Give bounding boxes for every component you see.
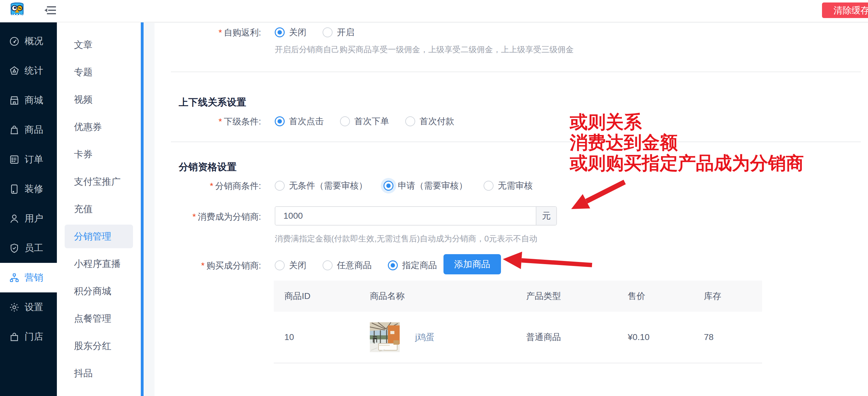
sidebar-item-store[interactable]: 门店 bbox=[0, 322, 57, 351]
submenu-item-distribution[interactable]: 分销管理 bbox=[57, 223, 141, 250]
goods-table: 商品ID 商品名称 产品类型 售价 库存 10 bbox=[274, 281, 762, 363]
submenu-scrollbar[interactable] bbox=[141, 22, 144, 396]
radio-specified-goods[interactable]: 指定商品 bbox=[388, 259, 437, 271]
sidebar-item-label: 门店 bbox=[25, 330, 43, 343]
annotation-line: 或则购买指定产品成为分销商 bbox=[570, 153, 804, 174]
col-goods-id: 商品ID bbox=[274, 281, 359, 312]
annotation-line: 消费达到金额 bbox=[570, 133, 804, 153]
sub-condition-radio-group: 首次点击 首次下单 首次付款 bbox=[275, 115, 470, 127]
admin-app: 清除缓存 概况 统计 商城 商品 订单 装修 用户 bbox=[0, 0, 868, 396]
self-purchase-label: *自购返利: bbox=[137, 27, 261, 38]
radio-first-order[interactable]: 首次下单 bbox=[340, 115, 389, 127]
goods-icon bbox=[9, 124, 20, 136]
submenu-item-card[interactable]: 卡券 bbox=[57, 141, 141, 168]
relation-section-title: 上下线关系设置 bbox=[179, 96, 246, 109]
cell-product-type: 普通商品 bbox=[516, 312, 617, 363]
consume-become-help: 消费满指定金额(付款即生效,无需过售后)自动成为分销商，0元表示不自动 bbox=[275, 233, 537, 244]
submenu-item-shareholder[interactable]: 股东分红 bbox=[57, 332, 141, 360]
sidebar-item-marketing[interactable]: 营销 bbox=[0, 263, 57, 292]
required-asterisk: * bbox=[218, 28, 222, 37]
sidebar-item-label: 统计 bbox=[25, 64, 43, 77]
sidebar-item-label: 装修 bbox=[25, 182, 43, 195]
submenu-item-ordering[interactable]: 点餐管理 bbox=[57, 305, 141, 332]
sidebar-item-label: 商品 bbox=[25, 123, 43, 136]
goods-name-text[interactable]: j鸡蛋 bbox=[415, 331, 434, 343]
product-thumbnail bbox=[370, 322, 400, 352]
radio-no-condition[interactable]: 无条件（需要审核） bbox=[275, 180, 367, 192]
cell-stock: 78 bbox=[693, 312, 762, 363]
consume-become-label: *消费成为分销商: bbox=[137, 211, 261, 223]
radio-any-goods[interactable]: 任意商品 bbox=[322, 259, 372, 271]
section-divider bbox=[171, 72, 861, 72]
submenu-item-article[interactable]: 文章 bbox=[57, 31, 141, 58]
owl-logo-icon bbox=[8, 1, 26, 19]
sidebar-item-label: 用户 bbox=[25, 212, 43, 225]
radio-purchase-close[interactable]: 关闭 bbox=[275, 259, 306, 271]
sidebar-item-stats[interactable]: 统计 bbox=[0, 56, 57, 86]
add-goods-button[interactable]: 添加商品 bbox=[443, 254, 501, 274]
radio-icon bbox=[383, 181, 394, 191]
sidebar-item-users[interactable]: 用户 bbox=[0, 204, 57, 233]
collapse-menu-icon[interactable] bbox=[43, 4, 57, 16]
yuan-unit-addon: 元 bbox=[536, 207, 556, 225]
submenu-item-topic[interactable]: 专题 bbox=[57, 58, 141, 86]
sidebar-item-label: 员工 bbox=[25, 242, 43, 254]
col-product-type: 产品类型 bbox=[516, 281, 617, 312]
radio-icon bbox=[322, 260, 333, 270]
sidebar-item-label: 概况 bbox=[25, 35, 43, 48]
purchase-become-radio-group: 关闭 任意商品 指定商品 bbox=[275, 259, 453, 271]
sidebar-item-staff[interactable]: 员工 bbox=[0, 233, 57, 263]
required-asterisk: * bbox=[218, 117, 222, 126]
orders-icon bbox=[9, 154, 20, 165]
radio-first-click[interactable]: 首次点击 bbox=[275, 115, 324, 127]
radio-icon bbox=[275, 27, 285, 37]
radio-close[interactable]: 关闭 bbox=[275, 26, 306, 38]
top-header: 清除缓存 bbox=[0, 0, 868, 22]
radio-icon bbox=[388, 260, 398, 270]
submenu-item-video[interactable]: 视频 bbox=[57, 86, 141, 113]
radio-icon bbox=[405, 116, 415, 126]
submenu-item-recharge[interactable]: 充值 bbox=[57, 195, 141, 223]
table-row: 10 bbox=[274, 312, 762, 363]
distributor-condition-radio-group: 无条件（需要审核） 申请（需要审核） 无需审核 bbox=[275, 180, 549, 192]
radio-icon bbox=[275, 260, 285, 270]
radio-no-review[interactable]: 无需审核 bbox=[484, 180, 533, 192]
table-header-row: 商品ID 商品名称 产品类型 售价 库存 bbox=[274, 281, 762, 312]
settings-icon bbox=[9, 302, 20, 313]
sidebar-item-overview[interactable]: 概况 bbox=[0, 26, 57, 56]
sidebar-item-mall[interactable]: 商城 bbox=[0, 86, 57, 115]
clear-cache-button[interactable]: 清除缓存 bbox=[822, 2, 868, 18]
col-stock: 库存 bbox=[693, 281, 762, 312]
radio-apply[interactable]: 申请（需要审核） bbox=[383, 180, 467, 192]
required-asterisk: * bbox=[210, 181, 213, 191]
radio-icon bbox=[340, 116, 350, 126]
radio-open[interactable]: 开启 bbox=[322, 26, 354, 38]
cell-goods-id: 10 bbox=[274, 312, 359, 363]
sidebar-item-orders[interactable]: 订单 bbox=[0, 145, 57, 174]
stats-icon bbox=[9, 65, 20, 77]
red-annotation-text: 或则关系 消费达到金额 或则购买指定产品成为分销商 bbox=[570, 112, 804, 174]
sidebar-item-goods[interactable]: 商品 bbox=[0, 115, 57, 145]
marketing-submenu: 文章 专题 视频 优惠券 卡券 支付宝推广 充值 分销管理 小程序直播 积分商城… bbox=[57, 22, 141, 396]
submenu-item-points-mall[interactable]: 积分商城 bbox=[57, 278, 141, 305]
consume-amount-input[interactable] bbox=[275, 207, 536, 225]
sidebar-item-label: 商城 bbox=[25, 94, 43, 107]
required-asterisk: * bbox=[192, 212, 196, 222]
decorate-icon bbox=[9, 183, 20, 195]
submenu-item-alipay-promo[interactable]: 支付宝推广 bbox=[57, 168, 141, 195]
submenu-item-douyin[interactable]: 抖品 bbox=[57, 360, 141, 387]
self-purchase-radio-group: 关闭 开启 bbox=[275, 26, 370, 38]
distributor-condition-label: *分销商条件: bbox=[137, 180, 261, 192]
cell-goods-name: j鸡蛋 bbox=[359, 312, 516, 363]
mall-icon bbox=[9, 95, 20, 106]
sidebar-item-decorate[interactable]: 装修 bbox=[0, 174, 57, 204]
submenu-item-coupon[interactable]: 优惠券 bbox=[57, 113, 141, 141]
submenu-item-miniprogram-live[interactable]: 小程序直播 bbox=[57, 250, 141, 278]
user-icon bbox=[9, 213, 20, 224]
staff-icon bbox=[9, 243, 20, 254]
sidebar-item-label: 设置 bbox=[25, 301, 43, 314]
sidebar-item-settings[interactable]: 设置 bbox=[0, 292, 57, 322]
radio-icon bbox=[275, 181, 285, 191]
radio-first-payment[interactable]: 首次付款 bbox=[405, 115, 454, 127]
qualification-section-title: 分销资格设置 bbox=[179, 161, 237, 174]
